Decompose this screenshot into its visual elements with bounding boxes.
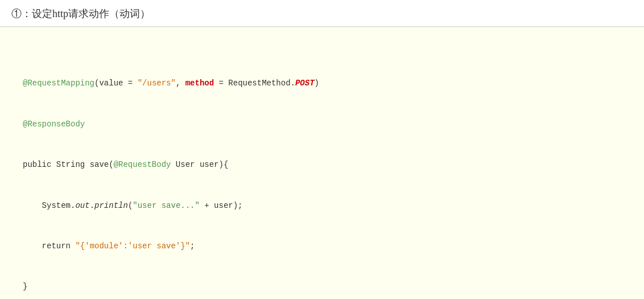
str-print-1: "user save..." [133, 201, 200, 210]
response-body-1: @ResponseBody [23, 120, 85, 129]
string-type-1: String [56, 160, 90, 169]
semicolon-1: ; [190, 241, 195, 251]
page-container: ①：设定http请求动作（动词） @RequestMapping(value =… [0, 0, 644, 299]
method-class-1: RequestMethod [228, 79, 290, 88]
code-line-1: @RequestMapping(value = "/users", method… [23, 77, 633, 91]
println-1: println [94, 201, 128, 210]
dot-out-1: . [90, 201, 94, 210]
eq2-1: = [214, 79, 228, 88]
code-line-3: public String save(@RequestBody User use… [23, 158, 633, 172]
code-section: @RequestMapping(value = "/users", method… [0, 27, 644, 299]
code-line-2: @ResponseBody [23, 118, 633, 132]
plus-user-1: + user); [200, 201, 243, 210]
indent-ret-1 [23, 241, 42, 251]
header-section: ①：设定http请求动作（动词） [0, 0, 644, 27]
public-1: public [23, 160, 56, 169]
return-kw-1: return [42, 241, 76, 251]
code-line-5: return "{'module':'user save'}"; [23, 240, 633, 253]
system-1: System [42, 201, 71, 210]
code-block-1: @RequestMapping(value = "/users", method… [23, 36, 633, 299]
indent-1 [23, 201, 42, 210]
requestbody-1: @RequestBody [114, 160, 171, 169]
header-title: ①：设定http请求动作（动词） [11, 8, 150, 19]
eq1-1: = [123, 79, 137, 88]
out-1: out [75, 201, 89, 210]
close-brace-1: } [23, 282, 27, 291]
value-key-1: value [99, 79, 123, 88]
value-val-1: "/users" [138, 79, 176, 88]
dot-1: . [291, 79, 295, 88]
code-line-4: System.out.println("user save..." + user… [23, 199, 633, 213]
paren-close-1: ) [315, 79, 319, 88]
annotation-1: @RequestMapping [23, 79, 94, 88]
method-name-1: save( [90, 160, 114, 169]
method-key-1: method [185, 79, 214, 88]
comma-1: , [176, 79, 185, 88]
user-param-1: User user){ [171, 160, 228, 169]
http-method-1: POST [295, 79, 315, 88]
code-line-6: } [23, 280, 633, 294]
return-str-1: "{'module':'user save'}" [75, 241, 190, 251]
